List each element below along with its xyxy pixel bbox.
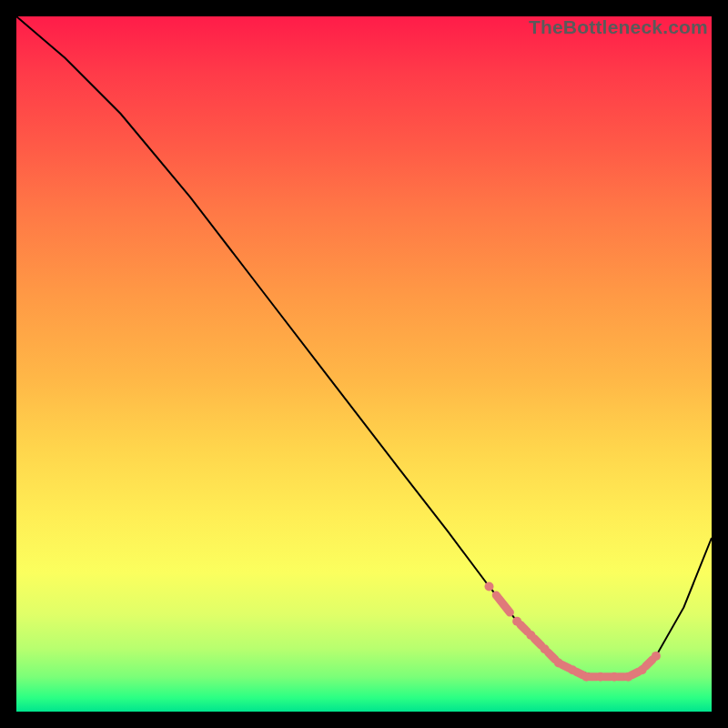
chart-svg: [16, 16, 712, 712]
curve-line: [16, 16, 712, 677]
plot-area: TheBottleneck.com: [16, 16, 712, 712]
chart-container: TheBottleneck.com: [0, 0, 728, 728]
marker-segment: [632, 672, 639, 675]
marker-dot: [652, 652, 661, 661]
marker-segment: [576, 672, 583, 675]
marker-segment: [534, 639, 541, 646]
marker-group: [485, 582, 661, 682]
marker-segment: [549, 652, 556, 660]
marker-segment: [496, 595, 510, 612]
marker-segment: [645, 660, 652, 667]
marker-segment: [521, 625, 528, 632]
marker-dot: [485, 582, 494, 592]
marker-segment: [562, 664, 570, 668]
